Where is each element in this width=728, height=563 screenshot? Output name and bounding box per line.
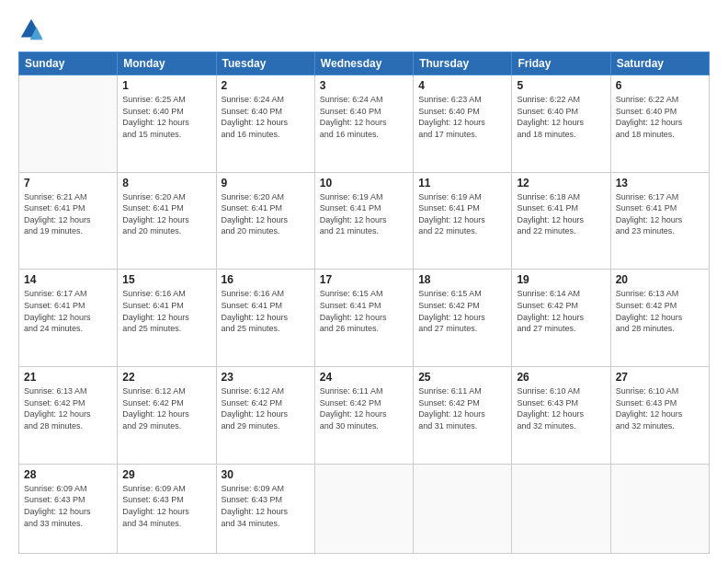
calendar-day-cell: [414, 464, 512, 553]
day-detail: Sunrise: 6:18 AMSunset: 6:41 PMDaylight:…: [517, 192, 584, 236]
calendar-day-cell: 2Sunrise: 6:24 AMSunset: 6:40 PMDaylight…: [216, 75, 314, 173]
calendar-day-cell: 30Sunrise: 6:09 AMSunset: 6:43 PMDayligh…: [216, 464, 314, 553]
calendar-day-cell: 8Sunrise: 6:20 AMSunset: 6:41 PMDaylight…: [118, 172, 216, 270]
calendar-week-row: 7Sunrise: 6:21 AMSunset: 6:41 PMDaylight…: [19, 172, 710, 270]
day-detail: Sunrise: 6:10 AMSunset: 6:43 PMDaylight:…: [616, 386, 683, 431]
day-detail: Sunrise: 6:23 AMSunset: 6:40 PMDaylight:…: [418, 95, 485, 139]
day-detail: Sunrise: 6:09 AMSunset: 6:43 PMDaylight:…: [222, 484, 289, 528]
calendar-day-cell: 12Sunrise: 6:18 AMSunset: 6:41 PMDayligh…: [512, 172, 610, 270]
day-number: 7: [24, 177, 112, 190]
calendar-week-row: 14Sunrise: 6:17 AMSunset: 6:41 PMDayligh…: [19, 270, 710, 367]
day-detail: Sunrise: 6:11 AMSunset: 6:42 PMDaylight:…: [320, 386, 387, 431]
day-detail: Sunrise: 6:21 AMSunset: 6:41 PMDaylight:…: [24, 192, 91, 236]
calendar-day-cell: 23Sunrise: 6:12 AMSunset: 6:42 PMDayligh…: [216, 367, 314, 465]
day-detail: Sunrise: 6:24 AMSunset: 6:40 PMDaylight:…: [320, 95, 387, 139]
day-detail: Sunrise: 6:15 AMSunset: 6:41 PMDaylight:…: [320, 289, 387, 333]
day-detail: Sunrise: 6:10 AMSunset: 6:43 PMDaylight:…: [517, 386, 584, 431]
calendar-day-cell: 25Sunrise: 6:11 AMSunset: 6:42 PMDayligh…: [414, 367, 512, 465]
calendar-day-cell: 11Sunrise: 6:19 AMSunset: 6:41 PMDayligh…: [414, 172, 512, 270]
day-detail: Sunrise: 6:13 AMSunset: 6:42 PMDaylight:…: [616, 289, 683, 333]
day-number: 15: [122, 273, 210, 286]
calendar-day-cell: 13Sunrise: 6:17 AMSunset: 6:41 PMDayligh…: [610, 172, 709, 270]
calendar-day-cell: [19, 75, 118, 173]
day-number: 23: [222, 371, 310, 384]
day-number: 25: [418, 371, 506, 384]
day-detail: Sunrise: 6:19 AMSunset: 6:41 PMDaylight:…: [320, 192, 387, 236]
day-number: 6: [616, 79, 704, 92]
day-detail: Sunrise: 6:09 AMSunset: 6:43 PMDaylight:…: [24, 484, 91, 528]
day-detail: Sunrise: 6:15 AMSunset: 6:42 PMDaylight:…: [418, 289, 485, 333]
calendar-day-cell: 26Sunrise: 6:10 AMSunset: 6:43 PMDayligh…: [512, 367, 610, 465]
header: [18, 17, 710, 42]
day-detail: Sunrise: 6:13 AMSunset: 6:42 PMDaylight:…: [24, 386, 91, 431]
day-number: 21: [24, 371, 112, 384]
day-number: 14: [24, 273, 112, 286]
day-detail: Sunrise: 6:17 AMSunset: 6:41 PMDaylight:…: [616, 192, 683, 236]
calendar-day-cell: 27Sunrise: 6:10 AMSunset: 6:43 PMDayligh…: [610, 367, 709, 465]
calendar-day-cell: 6Sunrise: 6:22 AMSunset: 6:40 PMDaylight…: [610, 75, 709, 173]
day-number: 30: [222, 468, 310, 481]
calendar-day-cell: 16Sunrise: 6:16 AMSunset: 6:41 PMDayligh…: [216, 270, 314, 367]
day-detail: Sunrise: 6:11 AMSunset: 6:42 PMDaylight:…: [418, 386, 485, 431]
day-detail: Sunrise: 6:12 AMSunset: 6:42 PMDaylight:…: [222, 386, 289, 431]
day-number: 3: [320, 79, 408, 92]
calendar-week-row: 28Sunrise: 6:09 AMSunset: 6:43 PMDayligh…: [19, 464, 710, 553]
day-detail: Sunrise: 6:20 AMSunset: 6:41 PMDaylight:…: [122, 192, 189, 236]
day-detail: Sunrise: 6:14 AMSunset: 6:42 PMDaylight:…: [517, 289, 584, 333]
day-number: 22: [122, 371, 210, 384]
weekday-header-tuesday: Tuesday: [216, 52, 314, 75]
day-number: 18: [418, 273, 506, 286]
calendar-day-cell: 15Sunrise: 6:16 AMSunset: 6:41 PMDayligh…: [118, 270, 216, 367]
day-number: 9: [222, 177, 310, 190]
day-number: 8: [122, 177, 210, 190]
calendar-day-cell: [512, 464, 610, 553]
day-detail: Sunrise: 6:09 AMSunset: 6:43 PMDaylight:…: [122, 484, 189, 528]
calendar-day-cell: [314, 464, 413, 553]
calendar-day-cell: 29Sunrise: 6:09 AMSunset: 6:43 PMDayligh…: [118, 464, 216, 553]
day-number: 24: [320, 371, 408, 384]
logo: [18, 17, 48, 42]
logo-icon: [18, 17, 44, 42]
day-detail: Sunrise: 6:19 AMSunset: 6:41 PMDaylight:…: [418, 192, 485, 236]
calendar-day-cell: 1Sunrise: 6:25 AMSunset: 6:40 PMDaylight…: [118, 75, 216, 173]
day-detail: Sunrise: 6:20 AMSunset: 6:41 PMDaylight:…: [222, 192, 289, 236]
calendar-day-cell: 10Sunrise: 6:19 AMSunset: 6:41 PMDayligh…: [314, 172, 413, 270]
day-detail: Sunrise: 6:16 AMSunset: 6:41 PMDaylight:…: [122, 289, 189, 333]
calendar-day-cell: 18Sunrise: 6:15 AMSunset: 6:42 PMDayligh…: [414, 270, 512, 367]
calendar-day-cell: 28Sunrise: 6:09 AMSunset: 6:43 PMDayligh…: [19, 464, 118, 553]
day-detail: Sunrise: 6:17 AMSunset: 6:41 PMDaylight:…: [24, 289, 91, 333]
weekday-header-wednesday: Wednesday: [314, 52, 413, 75]
day-detail: Sunrise: 6:25 AMSunset: 6:40 PMDaylight:…: [122, 95, 189, 139]
calendar-day-cell: 4Sunrise: 6:23 AMSunset: 6:40 PMDaylight…: [414, 75, 512, 173]
calendar-day-cell: 19Sunrise: 6:14 AMSunset: 6:42 PMDayligh…: [512, 270, 610, 367]
weekday-header-saturday: Saturday: [610, 52, 709, 75]
day-number: 28: [24, 468, 112, 481]
calendar-day-cell: 7Sunrise: 6:21 AMSunset: 6:41 PMDaylight…: [19, 172, 118, 270]
page: SundayMondayTuesdayWednesdayThursdayFrid…: [0, 0, 728, 563]
calendar-day-cell: 21Sunrise: 6:13 AMSunset: 6:42 PMDayligh…: [19, 367, 118, 465]
calendar-table: SundayMondayTuesdayWednesdayThursdayFrid…: [18, 52, 710, 554]
day-number: 2: [222, 79, 310, 92]
calendar-day-cell: 5Sunrise: 6:22 AMSunset: 6:40 PMDaylight…: [512, 75, 610, 173]
day-number: 20: [616, 273, 704, 286]
day-number: 12: [517, 177, 605, 190]
weekday-header-friday: Friday: [512, 52, 610, 75]
day-number: 29: [122, 468, 210, 481]
day-number: 5: [517, 79, 605, 92]
day-detail: Sunrise: 6:24 AMSunset: 6:40 PMDaylight:…: [222, 95, 289, 139]
day-number: 27: [616, 371, 704, 384]
day-number: 10: [320, 177, 408, 190]
calendar-week-row: 21Sunrise: 6:13 AMSunset: 6:42 PMDayligh…: [19, 367, 710, 465]
calendar-day-cell: 24Sunrise: 6:11 AMSunset: 6:42 PMDayligh…: [314, 367, 413, 465]
day-number: 19: [517, 273, 605, 286]
weekday-header-row: SundayMondayTuesdayWednesdayThursdayFrid…: [19, 52, 710, 75]
calendar-day-cell: 14Sunrise: 6:17 AMSunset: 6:41 PMDayligh…: [19, 270, 118, 367]
calendar-day-cell: 3Sunrise: 6:24 AMSunset: 6:40 PMDaylight…: [314, 75, 413, 173]
day-detail: Sunrise: 6:16 AMSunset: 6:41 PMDaylight:…: [222, 289, 289, 333]
calendar-week-row: 1Sunrise: 6:25 AMSunset: 6:40 PMDaylight…: [19, 75, 710, 173]
day-number: 11: [418, 177, 506, 190]
calendar-day-cell: 17Sunrise: 6:15 AMSunset: 6:41 PMDayligh…: [314, 270, 413, 367]
day-detail: Sunrise: 6:12 AMSunset: 6:42 PMDaylight:…: [122, 386, 189, 431]
calendar-day-cell: [610, 464, 709, 553]
day-number: 17: [320, 273, 408, 286]
